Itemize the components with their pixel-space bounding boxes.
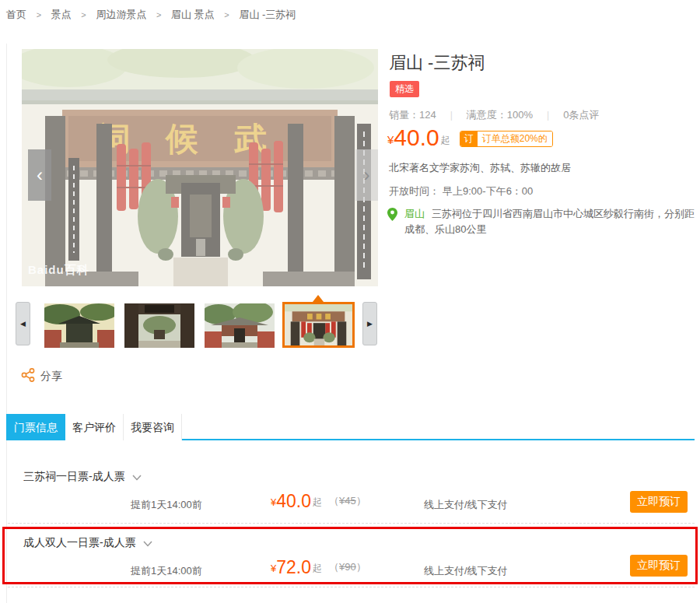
share-icon (21, 368, 35, 384)
promo-badge[interactable]: 订 订单总额20%的 (460, 131, 553, 147)
tab-ask-question[interactable]: 我要咨询 (124, 414, 182, 440)
scenic-spot-detail-page: 首页 > 景点 > 周边游景点 > 眉山 景点 > 眉山 -三苏祠 祠候武 (0, 0, 700, 603)
ticket-2-original-price: （¥90） (329, 560, 366, 577)
price-suffix: 起 (313, 562, 322, 577)
thumbnail-prev-button[interactable]: ◀ (16, 302, 30, 345)
share-label: 分享 (40, 370, 62, 384)
photo-prev-arrow[interactable]: ‹ (28, 149, 51, 201)
ticket-1-original-price: （¥45） (329, 494, 366, 510)
breadcrumb-separator: > (156, 10, 161, 19)
currency-symbol: ¥ (271, 563, 276, 577)
thumbnail-1[interactable] (44, 303, 114, 348)
location-row: 眉山三苏祠位于四川省西南眉山市中心城区纱縠行南街，分别距成都、乐山80公里 (387, 206, 696, 237)
ticket-divider (8, 523, 695, 524)
featured-badge: 精选 (390, 81, 419, 97)
selected-thumbnail-caret (313, 295, 324, 302)
spot-description: 北宋著名文学家苏洵、苏轼、苏辙的故居 (389, 161, 571, 175)
thumbnail-4-selected[interactable] (282, 302, 355, 348)
thumbnail-2[interactable] (124, 303, 194, 348)
location-detail: 三苏祠位于四川省西南眉山市中心城区纱縠行南街，分别距成都、乐山80公里 (404, 208, 695, 235)
chevron-down-icon (132, 471, 142, 483)
ticket-1-price-amount: 40.0 (276, 493, 311, 510)
breadcrumb-home[interactable]: 首页 (6, 9, 26, 20)
location-pin-icon (387, 208, 397, 226)
ticket-1-deadline: 提前1天14:00前 (131, 498, 202, 512)
ticket-1-payment-options: 线上支付/线下支付 (424, 498, 508, 512)
ticket-2-price: ¥ 72.0 起 （¥90） (271, 559, 366, 577)
breadcrumb: 首页 > 景点 > 周边游景点 > 眉山 景点 > 眉山 -三苏祠 (6, 8, 296, 22)
thumbnail-3-image (205, 303, 275, 348)
triangle-left-icon: ◀ (20, 320, 26, 328)
stats-divider: | (450, 110, 453, 121)
ticket-2-payment-options: 线上支付/线下支付 (424, 564, 508, 578)
open-time-value: 早上9:00-下午6：00 (443, 185, 533, 197)
thumbnail-4-image (285, 304, 352, 345)
thumbnail-3[interactable] (205, 303, 275, 348)
currency-symbol: ¥ (271, 496, 276, 510)
main-photo-image: 祠候武 (22, 49, 378, 286)
price-suffix: 起 (441, 134, 450, 149)
breadcrumb-current-page: 眉山 -三苏祠 (239, 9, 296, 20)
ticket-2-book-button[interactable]: 立即预订 (630, 555, 688, 577)
thumbnail-next-button[interactable]: ▶ (362, 302, 377, 345)
ticket-1-price: ¥ 40.0 起 （¥45） (271, 493, 366, 510)
share-button[interactable]: 分享 (21, 368, 62, 384)
open-time-label: 开放时间： (389, 185, 439, 197)
open-time: 开放时间：早上9:00-下午6：00 (389, 184, 533, 198)
location-city-link[interactable]: 眉山 (404, 208, 425, 219)
detail-tabbar: 门票信息 客户评价 我要咨询 (6, 414, 695, 440)
thumbnail-1-image (44, 303, 114, 348)
reviews-count[interactable]: 0条点评 (563, 108, 599, 122)
photo-next-arrow[interactable]: › (355, 149, 378, 201)
tab-customer-reviews[interactable]: 客户评价 (65, 414, 124, 440)
tab-ticket-info[interactable]: 门票信息 (6, 414, 65, 440)
main-photo: 祠候武 (22, 49, 378, 286)
breadcrumb-separator: > (37, 10, 41, 19)
ticket-1-book-button[interactable]: 立即预订 (630, 491, 688, 513)
ticket-divider (8, 587, 695, 587)
breadcrumb-nearby-spots[interactable]: 周边游景点 (96, 9, 146, 20)
sales-stat: 销量：124 (389, 108, 436, 122)
thumbnail-2-image (124, 303, 194, 348)
price-suffix: 起 (313, 496, 322, 510)
breadcrumb-separator: > (81, 10, 86, 19)
promo-text: 订单总额20%的 (478, 131, 552, 146)
photo-watermark: Baidu百科 (28, 263, 89, 278)
ticket-2-name[interactable]: 成人双人一日票-成人票 (23, 536, 152, 550)
chevron-down-icon (143, 537, 152, 549)
ticket-1-name[interactable]: 三苏祠一日票-成人票 (23, 470, 142, 484)
breadcrumb-scenic-spots[interactable]: 景点 (51, 9, 72, 20)
promo-tag-icon: 订 (460, 131, 478, 146)
breadcrumb-meishan-spots[interactable]: 眉山 景点 (171, 9, 215, 20)
ticket-2-price-amount: 72.0 (276, 559, 311, 577)
price-row: ¥ 40.0 起 订 订单总额20%的 (387, 126, 553, 149)
stats-divider: | (547, 110, 549, 121)
chevron-left-icon: ‹ (37, 164, 43, 186)
currency-symbol: ¥ (387, 133, 394, 149)
page-title: 眉山 -三苏祠 (389, 51, 485, 75)
satisfaction-stat: 满意度：100% (467, 108, 533, 122)
stats-row: 销量：124 | 满意度：100% | 0条点评 (389, 108, 599, 122)
ticket-2-deadline: 提前1天14:00前 (131, 564, 202, 578)
chevron-right-icon: › (364, 164, 370, 186)
price-amount: 40.0 (394, 126, 439, 149)
triangle-right-icon: ▶ (367, 320, 373, 328)
breadcrumb-separator: > (224, 10, 229, 19)
